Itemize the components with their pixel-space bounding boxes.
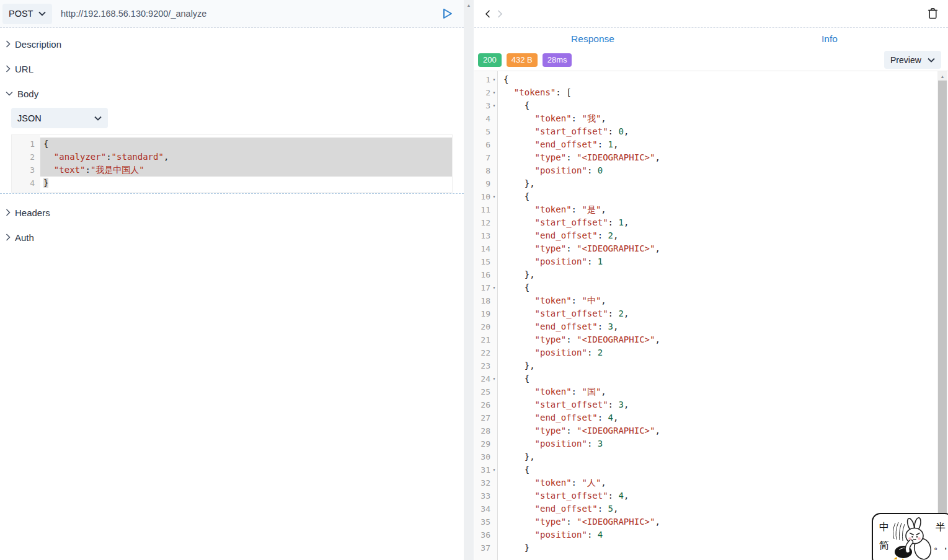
code-line-content: },: [498, 268, 948, 281]
code-line: 30 },: [474, 450, 948, 463]
section-label: Auth: [15, 232, 34, 243]
code-line: 12 "start_offset": 1,: [474, 216, 948, 229]
code-line: 11 "token": "是",: [474, 203, 948, 216]
line-number: 12: [474, 216, 490, 229]
time-badge: 28ms: [543, 53, 572, 67]
ime-status-panel: 中 简 半 。,: [872, 513, 948, 560]
url-input[interactable]: [60, 8, 464, 19]
line-number: 33: [474, 489, 490, 502]
code-line-content: "type": "<IDEOGRAPHIC>",: [498, 333, 948, 346]
line-number: 6: [474, 138, 490, 151]
section-url[interactable]: URL: [0, 56, 464, 81]
line-number: 22: [474, 346, 490, 359]
panel-splitter[interactable]: [0, 193, 464, 194]
size-badge: 432 B: [507, 53, 538, 67]
code-line-content: {: [498, 281, 948, 294]
code-line: 27 "end_offset": 4,: [474, 411, 948, 424]
line-number: 9: [474, 177, 490, 190]
code-line-content: "start_offset": 4,: [498, 489, 948, 502]
fold-toggle-icon[interactable]: ▾: [490, 190, 498, 203]
line-number: 37: [474, 541, 490, 554]
body-type-select[interactable]: JSON: [11, 108, 108, 128]
code-line-content: "end_offset": 1,: [498, 138, 948, 151]
line-number: 35: [474, 515, 490, 528]
view-mode-select[interactable]: Preview: [884, 51, 941, 69]
line-number: 7: [474, 151, 490, 164]
fold-toggle-icon[interactable]: ▾: [490, 73, 498, 86]
line-number: 27: [474, 411, 490, 424]
code-line-content: "start_offset": 0,: [498, 125, 948, 138]
code-line: 7 "type": "<IDEOGRAPHIC>",: [474, 151, 948, 164]
chevron-down-icon: [928, 58, 935, 63]
code-line: 1{: [12, 138, 452, 151]
line-number: 32: [474, 476, 490, 489]
line-number: 14: [474, 242, 490, 255]
line-number: 30: [474, 450, 490, 463]
code-line: 20 "end_offset": 3,: [474, 320, 948, 333]
code-line: 25 "token": "国",: [474, 385, 948, 398]
line-number: 5: [474, 125, 490, 138]
code-line-content: "position": 3: [498, 437, 948, 450]
method-label: POST: [9, 9, 33, 19]
line-number: 13: [474, 229, 490, 242]
code-line: 4 "token": "我",: [474, 112, 948, 125]
code-line-content: "tokens": [: [498, 86, 948, 99]
code-line-content: {: [498, 99, 948, 112]
chevron-right-icon: [497, 10, 503, 18]
line-number: 20: [474, 320, 490, 333]
scrollbar-thumb[interactable]: [938, 81, 947, 532]
section-body[interactable]: Body: [0, 81, 464, 106]
code-line-content: "position": 0: [498, 164, 948, 177]
left-scrollbar[interactable]: ▲: [464, 0, 474, 560]
ime-mascot-rabbit-icon: [888, 515, 935, 560]
line-number: 24: [474, 372, 490, 385]
code-line: 13 "end_offset": 2,: [474, 229, 948, 242]
chevron-right-icon: [6, 234, 11, 241]
code-line: 6 "end_offset": 1,: [474, 138, 948, 151]
code-line-content: },: [498, 359, 948, 372]
section-headers[interactable]: Headers: [0, 200, 464, 225]
fold-toggle-icon[interactable]: ▾: [490, 86, 498, 99]
code-line-content: "token": "中",: [498, 294, 948, 307]
code-line-content: "end_offset": 4,: [498, 411, 948, 424]
code-line: 18 "token": "中",: [474, 294, 948, 307]
code-line-content: "end_offset": 3,: [498, 320, 948, 333]
code-line-content: "type": "<IDEOGRAPHIC>",: [498, 242, 948, 255]
code-line-content: {: [498, 463, 948, 476]
nav-back-button[interactable]: [483, 9, 492, 19]
fold-toggle-icon[interactable]: ▾: [490, 99, 498, 112]
code-line-content: },: [498, 177, 948, 190]
code-line-content: {: [498, 190, 948, 203]
delete-response-button[interactable]: [928, 7, 939, 20]
code-line: 14 "type": "<IDEOGRAPHIC>",: [474, 242, 948, 255]
chevron-left-icon: [485, 10, 490, 18]
code-line-content: "analyzer":"standard",: [40, 151, 452, 164]
line-number: 3: [474, 99, 490, 112]
nav-forward-button[interactable]: [495, 9, 504, 19]
code-line-content: {: [40, 138, 452, 151]
view-mode-label: Preview: [890, 55, 921, 65]
code-line-content: "type": "<IDEOGRAPHIC>",: [498, 424, 948, 437]
ime-punctuation-indicator[interactable]: 。,: [934, 540, 947, 551]
response-scrollbar[interactable]: ▲: [937, 71, 947, 560]
line-number: 16: [474, 268, 490, 281]
code-line: 5 "start_offset": 0,: [474, 125, 948, 138]
tab-info[interactable]: Info: [711, 28, 948, 50]
fold-toggle-icon[interactable]: ▾: [490, 463, 498, 476]
code-line: 3 "text":"我是中国人": [12, 164, 452, 177]
line-number: 31: [474, 463, 490, 476]
section-auth[interactable]: Auth: [0, 225, 464, 250]
response-editor[interactable]: 1▾{2▾ "tokens": [3▾ {4 "token": "我",5 "s…: [474, 71, 948, 560]
section-description[interactable]: Description: [0, 32, 464, 56]
body-editor[interactable]: 1{2 "analyzer":"standard",3 "text":"我是中国…: [11, 134, 453, 193]
tab-response[interactable]: Response: [474, 28, 711, 50]
fold-toggle-icon[interactable]: ▾: [490, 372, 498, 385]
scroll-up-icon[interactable]: ▲: [464, 0, 474, 8]
method-select[interactable]: POST: [2, 4, 52, 24]
line-number: 36: [474, 528, 490, 541]
scroll-up-icon[interactable]: ▲: [937, 71, 947, 79]
send-button[interactable]: [440, 7, 454, 20]
ime-width-indicator[interactable]: 半: [936, 522, 946, 533]
fold-toggle-icon[interactable]: ▾: [490, 281, 498, 294]
code-line: 2 "analyzer":"standard",: [12, 151, 452, 164]
